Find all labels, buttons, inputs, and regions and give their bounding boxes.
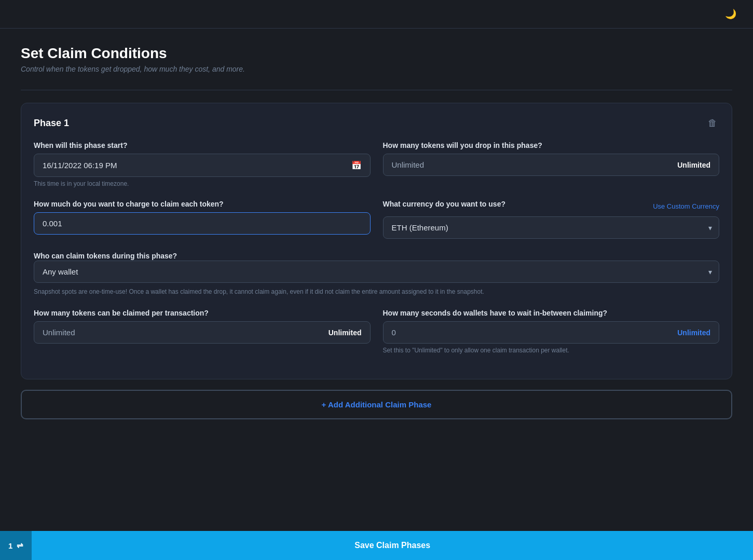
per-tx-group: How many tokens can be claimed per trans… [34,309,371,354]
calendar-icon[interactable]: 📅 [351,160,362,170]
charge-label: How much do you want to charge to claim … [34,200,371,208]
network-number: 1 [8,541,12,550]
charge-input[interactable] [34,212,371,235]
snapshot-hint: Snapshot spots are one-time-use! Once a … [34,287,719,296]
who-label: Who can claim tokens during this phase? [34,252,177,260]
wait-label: How many seconds do wallets have to wait… [383,309,720,317]
charge-group: How much do you want to charge to claim … [34,200,371,239]
start-time-value: 16/11/2022 06:19 PM [43,161,351,170]
row-start-tokens: When will this phase start? 16/11/2022 0… [34,141,719,187]
row-per-tx-wait: How many tokens can be claimed per trans… [34,309,719,354]
wait-value: 0 [392,328,678,337]
currency-select[interactable]: ETH (Ethereum) USDC DAI WETH [383,216,720,239]
swap-icon: ⇌ [17,541,23,550]
per-tx-input[interactable]: Unlimited Unlimited [34,321,371,344]
save-button[interactable]: Save Claim Phases [32,531,753,560]
tokens-drop-input[interactable]: Unlimited Unlimited [383,154,720,176]
tokens-drop-group: How many tokens will you drop in this ph… [383,141,720,187]
currency-header: What currency do you want to use? Use Cu… [383,200,720,212]
tokens-drop-badge[interactable]: Unlimited [677,161,710,169]
bottom-bar: 1 ⇌ Save Claim Phases [0,531,753,560]
start-time-group: When will this phase start? 16/11/2022 0… [34,141,371,187]
start-time-input-wrapper[interactable]: 16/11/2022 06:19 PM 📅 [34,154,371,177]
moon-icon[interactable]: 🌙 [725,8,736,20]
start-time-hint: This time is in your local timezone. [34,180,371,187]
phase-card: Phase 1 🗑 When will this phase start? 16… [21,103,732,379]
tokens-drop-label: How many tokens will you drop in this ph… [383,141,720,149]
start-time-label: When will this phase start? [34,141,371,149]
wait-hint: Set this to "Unlimited" to only allow on… [383,347,720,354]
page-subtitle: Control when the tokens get dropped, how… [21,65,732,73]
network-badge: 1 ⇌ [0,531,32,560]
main-content: Set Claim Conditions Control when the to… [0,29,753,446]
who-select-wrapper: Any wallet Snapshot ▾ [34,261,719,283]
currency-label: What currency do you want to use? [383,200,505,208]
page-title: Set Claim Conditions [21,45,732,62]
tokens-drop-value: Unlimited [392,160,678,169]
add-phase-button[interactable]: + Add Additional Claim Phase [21,390,732,419]
who-claim-row: Who can claim tokens during this phase? … [34,251,719,296]
top-bar: 🌙 [0,0,753,29]
currency-group: What currency do you want to use? Use Cu… [383,200,720,239]
who-select[interactable]: Any wallet Snapshot [34,261,719,283]
delete-phase-button[interactable]: 🗑 [706,116,719,131]
per-tx-badge[interactable]: Unlimited [328,329,362,337]
divider [21,90,732,90]
row-charge-currency: How much do you want to charge to claim … [34,200,719,239]
wait-input[interactable]: 0 Unlimited [383,321,720,344]
wait-group: How many seconds do wallets have to wait… [383,309,720,354]
currency-select-wrapper: ETH (Ethereum) USDC DAI WETH ▾ [383,216,720,239]
wait-badge[interactable]: Unlimited [677,329,710,337]
phase-title: Phase 1 [34,118,69,129]
per-tx-value: Unlimited [43,328,328,337]
custom-currency-link[interactable]: Use Custom Currency [653,202,719,210]
per-tx-label: How many tokens can be claimed per trans… [34,309,371,317]
phase-header: Phase 1 🗑 [34,116,719,131]
